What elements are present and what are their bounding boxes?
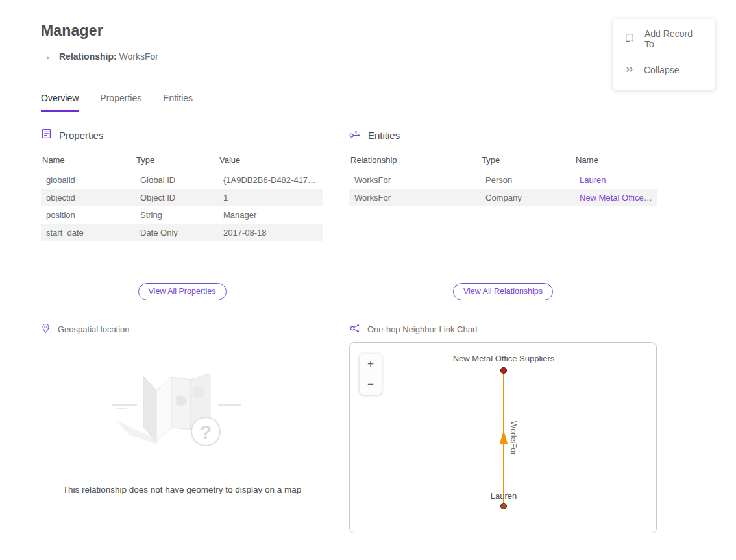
cell-name: objectid <box>41 189 135 206</box>
table-row: globalid Global ID {1A9DB2B6-D482-4170-.… <box>41 171 323 189</box>
zoom-out-button[interactable]: − <box>360 374 382 395</box>
relationship-arrow-icon: → <box>41 51 51 62</box>
zoom-control: + − <box>360 354 382 395</box>
properties-viewall-wrap: View All Properties <box>41 283 323 300</box>
node-label-person: Lauren <box>491 491 517 501</box>
geospatial-section-title: Geospatial location <box>58 324 130 334</box>
map-placeholder-illustration: ? <box>41 358 323 471</box>
edge-arrow <box>500 430 508 444</box>
edge-label: WorksFor <box>509 421 518 455</box>
column-header: Type <box>480 150 574 171</box>
view-all-relationships-button[interactable]: View All Relationships <box>453 283 553 300</box>
entities-section: Entities Relationship Type Name WorksFor… <box>349 128 657 206</box>
collapse-icon <box>624 64 635 77</box>
cell-value: {1A9DB2B6-D482-4170-... <box>218 171 323 189</box>
table-row: WorksFor Company New Metal Office ... <box>349 189 657 206</box>
geometry-empty-message: This relationship does not have geometry… <box>21 485 343 494</box>
relationship-value: WorksFor <box>119 51 158 62</box>
cell-name: New Metal Office ... <box>574 189 657 206</box>
relationship-subtitle: → Relationship: WorksFor <box>41 51 158 62</box>
cell-type: Company <box>480 189 574 206</box>
entities-table: Relationship Type Name WorksFor Person L… <box>349 150 657 206</box>
cell-value: 1 <box>218 189 323 206</box>
column-header: Value <box>218 150 323 171</box>
cell-value: Manager <box>218 206 323 224</box>
entities-section-header: Entities <box>349 128 657 141</box>
page-title: Manager <box>41 22 103 40</box>
table-row: WorksFor Person Lauren <box>349 171 657 189</box>
entities-table-header-row: Relationship Type Name <box>349 150 657 171</box>
map-pin-icon <box>41 323 51 335</box>
cell-type: Global ID <box>135 171 218 189</box>
zoom-in-button[interactable]: + <box>360 354 382 374</box>
node-label-company: New Metal Office Suppliers <box>453 354 555 363</box>
link-chart-section-title: One-hop Neighbor Link Chart <box>367 324 478 334</box>
properties-icon <box>41 128 52 141</box>
cell-type: Date Only <box>135 224 218 241</box>
tab-properties[interactable]: Properties <box>100 93 141 112</box>
properties-section-title: Properties <box>59 130 103 141</box>
menu-item-label: Collapse <box>644 65 679 75</box>
tab-overview[interactable]: Overview <box>41 93 79 112</box>
cell-relationship: WorksFor <box>349 171 480 189</box>
link-chart-section-header: One-hop Neighbor Link Chart <box>349 323 657 335</box>
cell-value: 2017-08-18 <box>218 224 323 241</box>
menu-item-label: Add Record To <box>644 29 704 49</box>
properties-section-header: Properties <box>41 128 323 141</box>
cell-name: globalid <box>41 171 135 189</box>
column-header: Relationship <box>349 150 480 171</box>
link-chart-icon <box>349 323 360 335</box>
column-header: Type <box>135 150 218 171</box>
view-all-properties-button[interactable]: View All Properties <box>138 283 227 300</box>
cell-type: Person <box>480 171 574 189</box>
tab-entities[interactable]: Entities <box>163 93 193 112</box>
table-row: position String Manager <box>41 206 323 224</box>
node-company <box>501 368 507 374</box>
properties-table: Name Type Value globalid Global ID {1A9D… <box>41 150 323 241</box>
add-record-icon <box>624 32 635 45</box>
geospatial-section-header: Geospatial location <box>41 323 323 335</box>
entities-viewall-wrap: View All Relationships <box>349 283 657 300</box>
cell-name: Lauren <box>574 171 657 189</box>
entity-link-company[interactable]: New Metal Office ... <box>580 193 653 202</box>
cell-name: start_date <box>41 224 135 241</box>
column-header: Name <box>41 150 135 171</box>
entities-section-title: Entities <box>368 130 400 141</box>
context-menu: Add Record To Collapse <box>613 19 715 90</box>
table-row: start_date Date Only 2017-08-18 <box>41 224 323 241</box>
link-chart-canvas[interactable]: WorksFor New Metal Office Suppliers Laur… <box>349 342 657 533</box>
entity-link-lauren[interactable]: Lauren <box>580 175 606 185</box>
cell-name: position <box>41 206 135 224</box>
tab-bar: Overview Properties Entities <box>41 93 193 112</box>
column-header: Name <box>574 150 657 171</box>
menu-item-collapse[interactable]: Collapse <box>613 55 715 86</box>
properties-section: Properties Name Type Value globalid Glob… <box>41 128 323 241</box>
relationship-label: Relationship: WorksFor <box>59 51 158 62</box>
properties-table-header-row: Name Type Value <box>41 150 323 171</box>
cell-type: String <box>135 206 218 224</box>
menu-item-add-record-to[interactable]: Add Record To <box>613 23 715 55</box>
question-mark-glyph: ? <box>199 421 211 443</box>
node-person <box>501 504 507 509</box>
cell-type: Object ID <box>135 189 218 206</box>
cell-relationship: WorksFor <box>349 189 480 206</box>
entities-icon <box>349 128 361 141</box>
table-row: objectid Object ID 1 <box>41 189 323 206</box>
